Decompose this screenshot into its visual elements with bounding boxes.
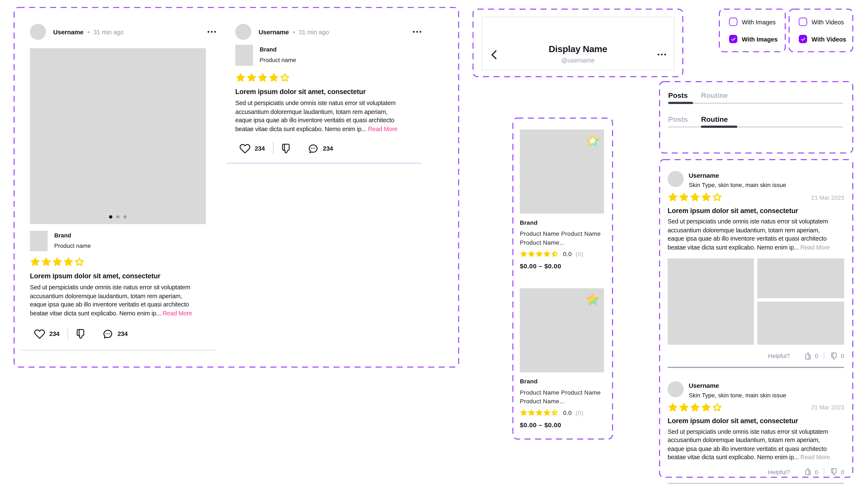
body-line: accusantium doloremque laudantium, totam… bbox=[235, 107, 421, 116]
post-body: Sed ut perspiciatis unde omnis iste natu… bbox=[235, 99, 421, 133]
read-more-link[interactable]: Read More bbox=[800, 454, 830, 460]
tab-routine[interactable]: Routine bbox=[701, 115, 728, 123]
dislike-button[interactable] bbox=[75, 328, 87, 339]
review-header: Username Skin Type, skin tone, main skin… bbox=[668, 381, 844, 398]
avatar bbox=[668, 171, 684, 187]
review-username: Username bbox=[689, 382, 786, 389]
helpful-label: Helpful? bbox=[768, 468, 790, 475]
divider bbox=[68, 327, 68, 339]
brand-name: Brand bbox=[54, 232, 91, 238]
post-username[interactable]: Username bbox=[258, 29, 289, 35]
read-more-link[interactable]: Read More bbox=[368, 125, 397, 132]
check-icon bbox=[800, 36, 806, 42]
more-menu-icon[interactable] bbox=[657, 54, 666, 56]
favorite-star-badge-outline[interactable] bbox=[585, 133, 600, 149]
checkbox-checked-icon[interactable] bbox=[729, 35, 737, 43]
tagged-product[interactable]: Brand Product name bbox=[30, 231, 216, 251]
review-rating-row: 21 Mar 2023 bbox=[668, 192, 844, 202]
review-body: Sed ut perspiciatis unde omnis iste natu… bbox=[668, 427, 844, 462]
filter-label: With Videos bbox=[812, 19, 844, 25]
product-rating: 0.0 (0) bbox=[520, 250, 604, 258]
review-count: (0) bbox=[576, 410, 584, 416]
star-icon bbox=[679, 192, 689, 202]
product-card[interactable]: Brand Product Name Product Name Product … bbox=[520, 288, 604, 428]
filter-with-images-unchecked[interactable]: With Images bbox=[729, 18, 777, 26]
body-line: Sed ut perspiciatis unde omnis iste natu… bbox=[30, 283, 216, 292]
avatar[interactable] bbox=[235, 24, 251, 40]
product-thumbnail bbox=[30, 231, 48, 251]
like-button[interactable]: 234 bbox=[239, 142, 265, 154]
star-outline-icon bbox=[74, 257, 85, 267]
filter-with-images-checked[interactable]: With Images bbox=[729, 35, 777, 43]
carousel-dot[interactable] bbox=[116, 215, 120, 219]
tab-routine[interactable]: Routine bbox=[701, 91, 728, 100]
read-more-link[interactable]: Read More bbox=[162, 310, 192, 316]
helpful-upvote-button[interactable]: 0 bbox=[804, 467, 818, 476]
review-image[interactable] bbox=[757, 258, 844, 298]
star-icon bbox=[52, 257, 63, 267]
checkbox-checked-icon[interactable] bbox=[799, 35, 807, 43]
rating-stars bbox=[30, 257, 216, 267]
avatar[interactable] bbox=[30, 24, 46, 40]
carousel-dot-active[interactable] bbox=[109, 215, 113, 219]
filter-with-videos-unchecked[interactable]: With Videos bbox=[799, 18, 846, 26]
carousel-dot[interactable] bbox=[124, 215, 127, 219]
review-card-text: Username Skin Type, skin tone, main skin… bbox=[668, 381, 844, 484]
upvote-count: 0 bbox=[815, 468, 818, 475]
more-menu-icon[interactable] bbox=[208, 31, 216, 33]
tab-posts[interactable]: Posts bbox=[668, 115, 688, 123]
post-card-with-image: Username • 31 min ago Brand bbox=[21, 24, 216, 351]
checkbox-unchecked-icon[interactable] bbox=[799, 18, 807, 26]
star-icon bbox=[520, 409, 528, 417]
more-menu-icon[interactable] bbox=[413, 31, 421, 33]
like-button[interactable]: 234 bbox=[34, 328, 59, 339]
review-title: Lorem ipsum dolor sit amet, consectetur bbox=[668, 207, 844, 215]
post-title: Lorem ipsum dolor sit amet, consectetur bbox=[235, 88, 421, 96]
review-image[interactable] bbox=[757, 302, 844, 345]
star-icon bbox=[543, 250, 551, 258]
body-line: beatae vitae dicta sunt explicabo. Nemo … bbox=[235, 125, 366, 132]
read-more-link[interactable]: Read More bbox=[800, 244, 830, 250]
star-half-icon bbox=[551, 250, 559, 258]
tab-posts[interactable]: Posts bbox=[668, 91, 688, 100]
star-icon bbox=[679, 402, 689, 413]
helpful-downvote-button[interactable]: 0 bbox=[830, 352, 844, 360]
star-icon bbox=[668, 402, 678, 413]
heart-icon bbox=[34, 328, 45, 339]
star-outline-icon bbox=[280, 72, 290, 83]
dislike-button[interactable] bbox=[280, 142, 292, 154]
product-name: Product name bbox=[259, 56, 296, 63]
product-card[interactable]: Brand Product Name Product Name Product … bbox=[520, 129, 604, 269]
like-count: 234 bbox=[255, 145, 265, 152]
comment-button[interactable]: 234 bbox=[102, 328, 128, 339]
avatar bbox=[668, 381, 684, 397]
product-thumbnail bbox=[235, 45, 253, 66]
review-rating-row: 21 Mar 2023 bbox=[668, 402, 844, 413]
post-header: Username • 31 min ago bbox=[235, 24, 421, 40]
reviews-section: Username Skin Type, skin tone, main skin… bbox=[659, 159, 854, 478]
helpful-row: Helpful? 0 0 bbox=[668, 467, 844, 476]
filter-with-videos-checked[interactable]: With Videos bbox=[799, 35, 846, 43]
product-title: Product Name Product Name Product Name..… bbox=[520, 229, 604, 247]
body-line: beatae vitae dicta sunt explicabo. Nemo … bbox=[30, 310, 161, 316]
filter-label: With Images bbox=[742, 36, 777, 42]
filter-label: With Videos bbox=[812, 36, 846, 42]
review-image[interactable] bbox=[668, 258, 754, 345]
review-card-with-images: Username Skin Type, skin tone, main skin… bbox=[668, 171, 844, 368]
post-username[interactable]: Username bbox=[53, 29, 84, 35]
downvote-count: 0 bbox=[841, 352, 844, 359]
tagged-product[interactable]: Brand Product name bbox=[235, 45, 421, 66]
star-icon bbox=[690, 192, 701, 202]
brand-name: Brand bbox=[259, 46, 296, 53]
product-name: Product name bbox=[54, 242, 91, 249]
star-icon bbox=[269, 72, 279, 83]
checkbox-unchecked-icon[interactable] bbox=[729, 18, 737, 26]
comment-button[interactable]: 234 bbox=[307, 142, 333, 154]
favorite-star-badge-filled[interactable] bbox=[585, 292, 600, 307]
review-divider bbox=[668, 483, 844, 484]
helpful-upvote-button[interactable]: 0 bbox=[804, 352, 818, 360]
post-image-placeholder[interactable] bbox=[30, 48, 206, 224]
post-body: Sed ut perspiciatis unde omnis iste natu… bbox=[30, 283, 216, 318]
helpful-downvote-button[interactable]: 0 bbox=[830, 467, 844, 476]
product-title-line: Product Name Product Name bbox=[520, 229, 604, 238]
